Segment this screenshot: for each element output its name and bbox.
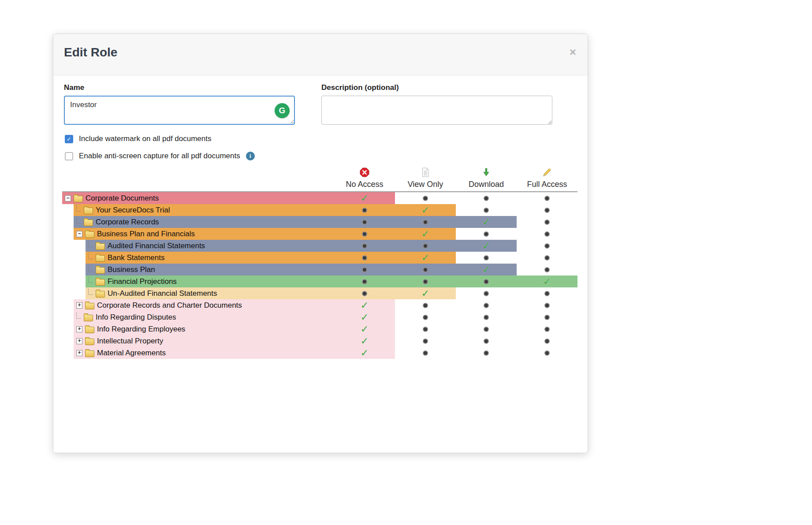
tree-node-label[interactable]: Material Agreements bbox=[97, 349, 166, 357]
watermark-checkbox[interactable]: ✓ bbox=[65, 135, 73, 143]
info-icon[interactable]: i bbox=[246, 152, 255, 160]
tree-node-label[interactable]: Corporate Documents bbox=[86, 194, 159, 203]
tree-node[interactable]: +Info Regarding Employees bbox=[76, 323, 185, 335]
radio-dot-icon[interactable] bbox=[423, 196, 428, 201]
grammarly-icon[interactable]: G bbox=[275, 103, 290, 118]
radio-dot-icon[interactable] bbox=[423, 267, 428, 272]
permission-cell-download[interactable]: ✓ bbox=[456, 216, 517, 228]
check-icon[interactable]: ✓ bbox=[482, 217, 490, 227]
radio-dot-icon[interactable] bbox=[544, 291, 550, 296]
permission-cell-view-only[interactable] bbox=[395, 264, 456, 276]
radio-dot-icon[interactable] bbox=[544, 350, 550, 356]
check-icon[interactable]: ✓ bbox=[421, 289, 429, 298]
radio-dot-icon[interactable] bbox=[484, 208, 489, 213]
radio-dot-icon[interactable] bbox=[484, 279, 489, 284]
permission-cell-download[interactable] bbox=[456, 347, 517, 359]
tree-node-label[interactable]: Business Plan bbox=[108, 265, 155, 274]
permission-cell-download[interactable] bbox=[456, 287, 517, 299]
permission-cell-download[interactable] bbox=[456, 323, 517, 335]
tree-node[interactable]: +Material Agreements bbox=[76, 347, 166, 359]
tree-node-label[interactable]: Info Regarding Employees bbox=[97, 325, 185, 334]
permission-cell-download[interactable]: ✓ bbox=[456, 240, 517, 252]
tree-node-label[interactable]: Un-Audited Financial Statements bbox=[108, 289, 217, 298]
radio-dot-icon[interactable] bbox=[484, 315, 489, 320]
tree-node-label[interactable]: Your SecureDocs Trial bbox=[96, 206, 170, 215]
anti-screen-checkbox[interactable] bbox=[65, 152, 73, 160]
permission-cell-download[interactable] bbox=[456, 335, 517, 347]
permission-cell-view-only[interactable]: ✓ bbox=[395, 252, 456, 264]
permission-cell-no-access[interactable] bbox=[334, 228, 395, 240]
radio-dot-icon[interactable] bbox=[544, 315, 550, 320]
check-icon[interactable]: ✓ bbox=[421, 253, 429, 263]
tree-node[interactable]: +Intellectual Property bbox=[76, 335, 163, 347]
radio-dot-icon[interactable] bbox=[544, 208, 550, 213]
permission-cell-no-access[interactable] bbox=[334, 216, 395, 228]
permission-cell-full-access[interactable] bbox=[517, 299, 577, 311]
tree-node[interactable]: Corporate Records bbox=[76, 216, 159, 228]
permission-cell-no-access[interactable]: ✓ bbox=[334, 347, 395, 359]
permission-cell-download[interactable] bbox=[456, 204, 517, 216]
radio-dot-icon[interactable] bbox=[423, 350, 428, 356]
check-icon[interactable]: ✓ bbox=[361, 194, 369, 203]
radio-dot-icon[interactable] bbox=[362, 208, 367, 213]
permission-cell-view-only[interactable] bbox=[395, 276, 456, 287]
radio-dot-icon[interactable] bbox=[362, 231, 367, 237]
collapse-icon[interactable]: − bbox=[65, 195, 71, 201]
permission-cell-no-access[interactable] bbox=[334, 264, 395, 276]
radio-dot-icon[interactable] bbox=[423, 327, 428, 332]
permission-cell-download[interactable]: ✓ bbox=[456, 264, 517, 276]
radio-dot-icon[interactable] bbox=[544, 243, 550, 249]
permission-cell-no-access[interactable]: ✓ bbox=[334, 323, 395, 335]
tree-node[interactable]: Audited Financial Statements bbox=[88, 240, 205, 252]
radio-dot-icon[interactable] bbox=[423, 315, 428, 320]
tree-node[interactable]: +Corporate Records and Charter Documents bbox=[76, 299, 242, 311]
permission-cell-view-only[interactable] bbox=[395, 192, 456, 204]
close-icon[interactable]: × bbox=[570, 46, 576, 58]
expand-icon[interactable]: + bbox=[76, 338, 82, 344]
tree-node[interactable]: Your SecureDocs Trial bbox=[76, 204, 170, 216]
permission-cell-no-access[interactable]: ✓ bbox=[334, 192, 395, 204]
check-icon[interactable]: ✓ bbox=[361, 301, 369, 310]
permission-cell-view-only[interactable] bbox=[395, 347, 456, 359]
permission-cell-view-only[interactable]: ✓ bbox=[395, 228, 456, 240]
tree-node[interactable]: Business Plan bbox=[88, 264, 155, 276]
tree-node-label[interactable]: Info Regarding Disputes bbox=[96, 313, 176, 322]
tree-node[interactable]: Financial Projections bbox=[88, 276, 177, 287]
radio-dot-icon[interactable] bbox=[362, 291, 367, 296]
permission-cell-full-access[interactable] bbox=[517, 240, 577, 252]
permission-cell-no-access[interactable] bbox=[334, 287, 395, 299]
permission-cell-view-only[interactable] bbox=[395, 240, 456, 252]
radio-dot-icon[interactable] bbox=[544, 255, 550, 261]
permission-cell-no-access[interactable] bbox=[334, 252, 395, 264]
permission-cell-full-access[interactable] bbox=[517, 252, 577, 264]
radio-dot-icon[interactable] bbox=[362, 243, 367, 249]
radio-dot-icon[interactable] bbox=[484, 255, 489, 261]
check-icon[interactable]: ✓ bbox=[361, 336, 369, 346]
permission-cell-full-access[interactable] bbox=[517, 264, 577, 276]
permission-cell-view-only[interactable] bbox=[395, 216, 456, 228]
permission-cell-full-access[interactable] bbox=[517, 347, 577, 359]
tree-node[interactable]: −Business Plan and Financials bbox=[76, 228, 195, 240]
tree-node-label[interactable]: Financial Projections bbox=[108, 277, 177, 286]
permission-cell-no-access[interactable] bbox=[334, 240, 395, 252]
description-input[interactable] bbox=[321, 96, 552, 125]
radio-dot-icon[interactable] bbox=[423, 279, 428, 284]
radio-dot-icon[interactable] bbox=[362, 267, 367, 272]
permission-cell-full-access[interactable] bbox=[517, 216, 577, 228]
permission-cell-full-access[interactable] bbox=[517, 192, 577, 204]
radio-dot-icon[interactable] bbox=[362, 220, 367, 225]
permission-cell-full-access[interactable] bbox=[517, 204, 577, 216]
radio-dot-icon[interactable] bbox=[423, 339, 428, 344]
anti-screen-checkbox-label[interactable]: Enable anti-screen capture for all pdf d… bbox=[79, 152, 240, 160]
tree-node[interactable]: −Corporate Documents bbox=[65, 192, 159, 204]
permission-cell-view-only[interactable] bbox=[395, 323, 456, 335]
permission-cell-download[interactable] bbox=[456, 192, 517, 204]
expand-icon[interactable]: + bbox=[76, 302, 82, 309]
check-icon[interactable]: ✓ bbox=[421, 229, 429, 239]
radio-dot-icon[interactable] bbox=[544, 327, 550, 332]
check-icon[interactable]: ✓ bbox=[482, 241, 490, 251]
permission-cell-download[interactable] bbox=[456, 252, 517, 264]
radio-dot-icon[interactable] bbox=[484, 303, 489, 308]
tree-node[interactable]: Bank Statements bbox=[88, 252, 164, 264]
permission-cell-full-access[interactable] bbox=[517, 323, 577, 335]
